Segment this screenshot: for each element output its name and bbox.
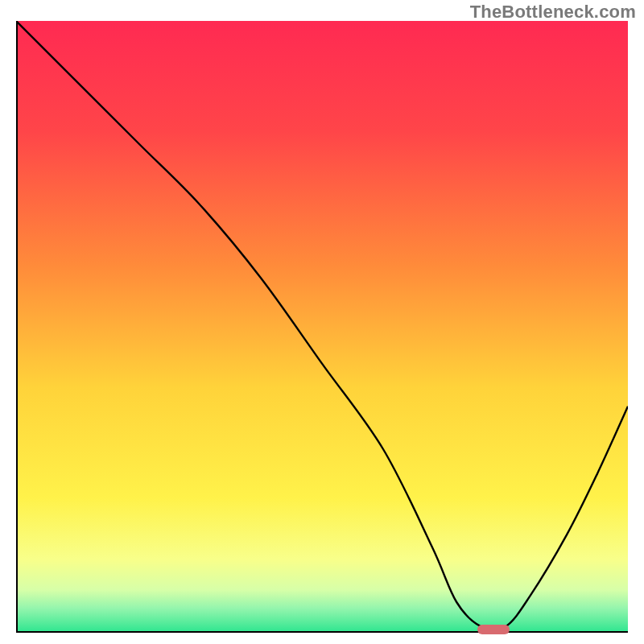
watermark-text: TheBottleneck.com [470, 2, 636, 23]
chart-plot-area [16, 21, 628, 633]
chart-axes [16, 21, 628, 633]
optimal-marker [477, 625, 510, 634]
